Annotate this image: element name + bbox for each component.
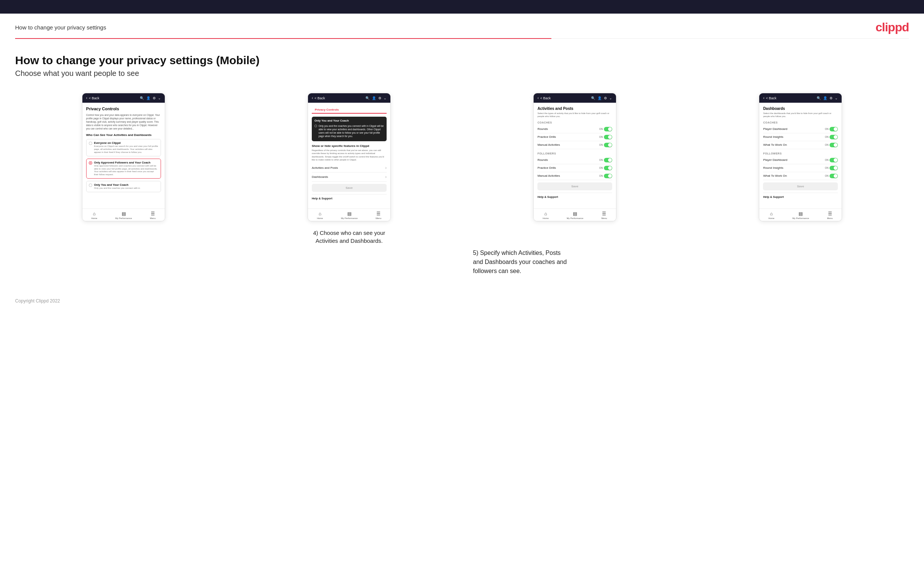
followers-manual-on: ON	[599, 174, 603, 177]
tab-bar-2: Privacy Controls	[312, 106, 387, 114]
back-arrow-2[interactable]: ‹	[312, 96, 313, 100]
toggle-coaches-what-to-work-switch[interactable]	[830, 143, 838, 147]
toggle-followers-what-to-work-switch[interactable]	[830, 174, 838, 178]
perf-icon-2: ▤	[347, 211, 351, 216]
profile-icon-2[interactable]: 👤	[372, 96, 376, 100]
caption-step5-line3: followers can see.	[473, 268, 522, 274]
menu-row-activities[interactable]: Activities and Posts ›	[312, 163, 387, 172]
bottom-nav-perf-4[interactable]: ▤ My Performance	[793, 211, 809, 219]
show-hide-title: Show or hide specific features in Clippd	[312, 144, 387, 148]
menu-icon-3: ☰	[602, 211, 606, 216]
section-title-1: Who Can See Your Activities and Dashboar…	[86, 133, 161, 137]
search-icon-3[interactable]: 🔍	[591, 96, 595, 100]
settings-icon-2[interactable]: ⚙	[378, 96, 381, 100]
toggle-followers-manual-switch[interactable]	[604, 174, 612, 178]
search-icon-1[interactable]: 🔍	[140, 96, 144, 100]
bottom-nav-home-3[interactable]: ⌂ Home	[543, 211, 549, 219]
back-label-1[interactable]: < Back	[89, 96, 99, 100]
back-label-4[interactable]: < Back	[766, 96, 777, 100]
screenshot-col-4: ‹ < Back 🔍 👤 ⚙ ⌄ Dashboards Select the d…	[692, 93, 909, 221]
back-arrow-1[interactable]: ‹	[86, 96, 87, 100]
profile-icon-3[interactable]: 👤	[598, 96, 602, 100]
profile-icon-4[interactable]: 👤	[823, 96, 827, 100]
back-label-2[interactable]: < Back	[314, 96, 325, 100]
settings-icon-4[interactable]: ⚙	[830, 96, 832, 100]
toggle-coaches-drills: Practice Drills ON	[537, 133, 612, 141]
bottom-nav-perf-3[interactable]: ▤ My Performance	[567, 211, 583, 219]
home-icon-4: ⌂	[770, 211, 773, 216]
settings-icon-3[interactable]: ⚙	[604, 96, 607, 100]
phone-mockup-2: ‹ < Back 🔍 👤 ⚙ ⌄ Privacy Controls	[308, 93, 391, 221]
bottom-nav-home-1[interactable]: ⌂ Home	[91, 211, 97, 219]
phone-mockup-3: ‹ < Back 🔍 👤 ⚙ ⌄ Activities and Posts Se…	[533, 93, 616, 221]
save-btn-3[interactable]: Save	[537, 182, 612, 190]
back-arrow-4[interactable]: ‹	[763, 96, 764, 100]
perf-label-2: My Performance	[341, 217, 357, 219]
bottom-nav-perf-2[interactable]: ▤ My Performance	[341, 211, 357, 219]
followers-label-3: FOLLOWERS	[537, 152, 612, 155]
help-row-2: Help & Support	[312, 194, 387, 202]
option-followers-title: Only Approved Followers and Your Coach	[94, 161, 158, 164]
option-followers[interactable]: Only Approved Followers and Your Coach O…	[86, 159, 161, 179]
toggle-coaches-round-insights-switch[interactable]	[830, 135, 838, 139]
privacy-title-1: Privacy Controls	[86, 106, 161, 111]
back-arrow-3[interactable]: ‹	[537, 96, 538, 100]
option-coach-title: Only You and Your Coach	[94, 183, 140, 187]
toggle-followers-drills-switch[interactable]	[604, 166, 612, 170]
coaches-what-to-work-label: What To Work On	[763, 143, 787, 147]
toggle-coaches-round-insights: Round Insights ON	[763, 133, 838, 141]
toggle-followers-rounds-switch[interactable]	[604, 158, 612, 162]
coaches-rounds-on: ON	[599, 127, 603, 130]
bottom-nav-menu-4[interactable]: ☰ Menu	[827, 211, 833, 219]
perf-icon-1: ▤	[122, 211, 126, 216]
coaches-label-4: COACHES	[763, 121, 838, 124]
search-icon-4[interactable]: 🔍	[817, 96, 821, 100]
toggle-followers-round-insights-switch[interactable]	[830, 166, 838, 170]
help-row-4: Help & Support	[763, 193, 838, 201]
toggle-coaches-rounds-switch[interactable]	[604, 127, 612, 131]
search-icon-2[interactable]: 🔍	[365, 96, 370, 100]
settings-icon-1[interactable]: ⚙	[153, 96, 156, 100]
phone-mockup-1: ‹ < Back 🔍 👤 ⚙ ⌄ Privacy Controls Contro…	[82, 93, 165, 221]
tab-privacy-2[interactable]: Privacy Controls	[312, 106, 342, 114]
toggle-coaches-drills-switch[interactable]	[604, 135, 612, 139]
perf-icon-3: ▤	[573, 211, 577, 216]
coaches-rounds-label: Rounds	[537, 127, 548, 131]
profile-icon-1[interactable]: 👤	[146, 96, 150, 100]
menu-icon-4: ☰	[828, 211, 832, 216]
radio-followers[interactable]	[89, 161, 92, 164]
bottom-nav-menu-3[interactable]: ☰ Menu	[601, 211, 607, 219]
bottom-nav-home-2[interactable]: ⌂ Home	[317, 211, 323, 219]
tooltip-radio-2: Only you and the coaches you connect wit…	[314, 124, 384, 138]
phone-nav-4: ‹ < Back 🔍 👤 ⚙ ⌄	[759, 93, 842, 103]
home-label-3: Home	[543, 217, 549, 219]
radio-everyone[interactable]	[89, 142, 92, 145]
bottom-nav-perf-1[interactable]: ▤ My Performance	[115, 211, 132, 219]
back-label-3[interactable]: < Back	[540, 96, 551, 100]
option-everyone[interactable]: Everyone on Clippd Everyone on Clippd ca…	[86, 139, 161, 156]
coaches-label-3: COACHES	[537, 121, 612, 124]
radio-coach[interactable]	[89, 184, 92, 187]
bottom-nav-menu-1[interactable]: ☰ Menu	[150, 211, 156, 219]
coaches-drills-on: ON	[599, 135, 603, 138]
help-row-3: Help & Support	[537, 193, 612, 201]
show-hide-desc: Regardless of the privacy controls that …	[312, 149, 387, 162]
chevron-right-activities: ›	[386, 166, 387, 170]
menu-row-dashboards[interactable]: Dashboards ›	[312, 172, 387, 182]
chevron-down-icon-4: ⌄	[835, 96, 838, 100]
menu-label-4: Menu	[827, 217, 833, 219]
toggle-coaches-player-dash-switch[interactable]	[830, 127, 838, 131]
option-coach[interactable]: Only You and Your Coach Only you and the…	[86, 181, 161, 192]
header: How to change your privacy settings clip…	[0, 14, 924, 38]
save-btn-2[interactable]: Save	[312, 184, 387, 192]
followers-round-insights-label: Round Insights	[763, 166, 783, 169]
followers-label-4: FOLLOWERS	[763, 152, 838, 155]
bottom-nav-home-4[interactable]: ⌂ Home	[768, 211, 774, 219]
option-coach-desc: Only you and the coaches you connect wit…	[94, 187, 140, 190]
screenshots-grid: ‹ < Back 🔍 👤 ⚙ ⌄ Privacy Controls Contro…	[15, 93, 909, 245]
tooltip-radio-circle-2	[314, 125, 317, 127]
toggle-followers-player-dash-switch[interactable]	[830, 158, 838, 162]
toggle-coaches-manual-switch[interactable]	[604, 143, 612, 147]
bottom-nav-menu-2[interactable]: ☰ Menu	[376, 211, 381, 219]
save-btn-4[interactable]: Save	[763, 182, 838, 190]
